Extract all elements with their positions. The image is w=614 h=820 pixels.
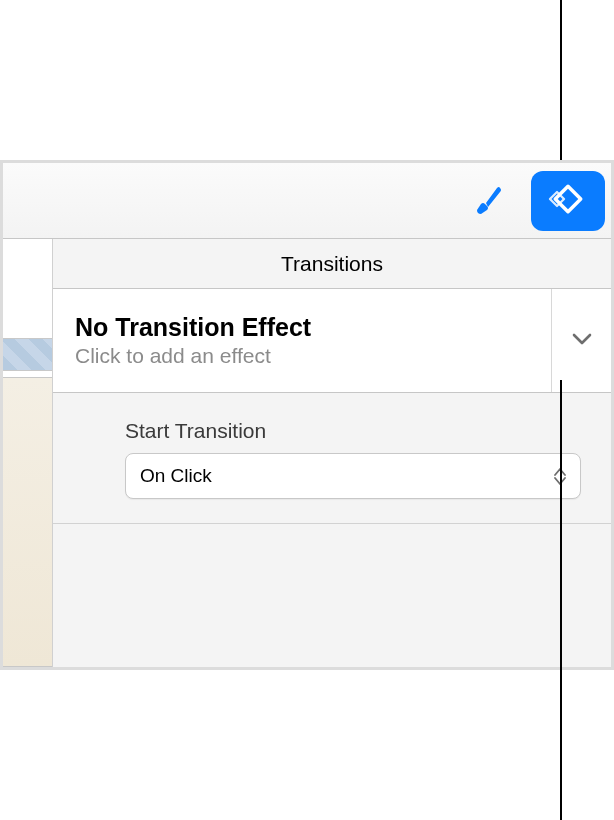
chevron-down-icon	[572, 332, 592, 350]
inspector-panel: Transitions No Transition Effect Click t…	[0, 160, 614, 670]
toolbar	[3, 163, 611, 239]
callout-line-bottom	[560, 380, 562, 820]
effect-row[interactable]: No Transition Effect Click to add an eff…	[53, 289, 611, 393]
tab-label: Transitions	[281, 252, 383, 276]
effect-disclosure[interactable]	[551, 289, 611, 392]
start-transition-label: Start Transition	[125, 419, 581, 443]
format-button[interactable]	[449, 171, 523, 231]
animate-icon	[546, 177, 590, 225]
callout-line-top	[560, 0, 562, 160]
svg-rect-0	[555, 186, 580, 211]
animate-button[interactable]	[531, 171, 605, 231]
tab-transitions[interactable]: Transitions	[53, 239, 611, 289]
slide-rail	[3, 239, 53, 667]
start-transition-dropdown[interactable]: On Click	[125, 453, 581, 499]
dropdown-value: On Click	[140, 465, 212, 487]
brush-icon	[467, 180, 505, 222]
effect-title: No Transition Effect	[75, 313, 551, 342]
effect-subtitle: Click to add an effect	[75, 344, 551, 368]
start-transition-section: Start Transition On Click	[53, 393, 611, 524]
transitions-pane: Transitions No Transition Effect Click t…	[53, 239, 611, 667]
slide-thumb[interactable]	[3, 338, 52, 371]
slide-thumb[interactable]	[3, 377, 52, 667]
